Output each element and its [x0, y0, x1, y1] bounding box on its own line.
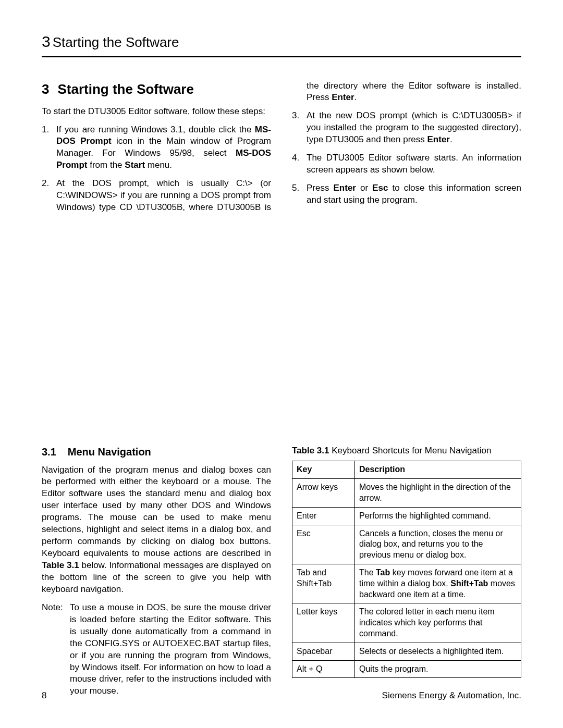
subsection-number: 3.1	[42, 446, 56, 458]
cell-desc: The Tab key moves forward one item at a …	[355, 564, 521, 603]
section-heading: 3Starting the Software	[42, 80, 271, 98]
cell-desc: Selects or deselects a highlighted item.	[355, 643, 521, 660]
shortcuts-table: Key Description Arrow keysMoves the high…	[292, 461, 521, 678]
step-item: 1.If you are running Windows 3.1, double…	[42, 124, 271, 172]
table-block: Table 3.1 Keyboard Shortcuts for Menu Na…	[292, 445, 521, 678]
page: 3Starting the Software 3Starting the Sof…	[0, 0, 563, 728]
step-number: 1.	[42, 124, 56, 172]
chapter-title: Starting the Software	[53, 34, 179, 50]
step-text: If you are running Windows 3.1, double c…	[56, 124, 271, 172]
step-text: The DTU3005 Editor software starts. An i…	[307, 152, 521, 176]
step-number: 5.	[292, 182, 307, 206]
cell-desc: The colored letter in each menu item ind…	[355, 603, 521, 643]
footer: 8 Siemens Energy & Automation, Inc.	[42, 690, 521, 702]
table-row: EscCancels a function, closes the menu o…	[292, 525, 521, 564]
table-row: Alt + QQuits the program.	[292, 660, 521, 678]
table-row: EnterPerforms the highlighted command.	[292, 507, 521, 525]
steps-list: 1.If you are running Windows 3.1, double…	[42, 80, 521, 214]
cell-key: Alt + Q	[292, 660, 355, 678]
running-head: 3Starting the Software	[42, 31, 521, 53]
table-head-row: Key Description	[292, 461, 521, 479]
note: Note: To use a mouse in DOS, be sure the…	[42, 602, 271, 698]
footer-org: Siemens Energy & Automation, Inc.	[382, 690, 521, 702]
step-number: 3.	[292, 110, 307, 146]
note-label: Note:	[42, 602, 70, 698]
head-rule	[42, 56, 521, 57]
cell-desc: Quits the program.	[355, 660, 521, 678]
subsection-title: Menu Navigation	[68, 446, 151, 458]
cell-key: Arrow keys	[292, 479, 355, 508]
cell-key: Enter	[292, 507, 355, 525]
section-number: 3	[42, 81, 49, 97]
th-key: Key	[292, 461, 355, 479]
table-row: SpacebarSelects or deselects a highlight…	[292, 643, 521, 660]
cell-key: Letter keys	[292, 603, 355, 643]
cell-key: Spacebar	[292, 643, 355, 660]
subsection-paragraph: Navigation of the program menus and dial…	[42, 464, 271, 596]
table-caption: Table 3.1 Keyboard Shortcuts for Menu Na…	[292, 445, 521, 457]
section-intro: To start the DTU3005 Editor software, fo…	[42, 106, 271, 118]
figure-placeholder-gap	[42, 231, 521, 445]
step-item: 4.The DTU3005 Editor software starts. An…	[292, 152, 521, 176]
step-text: At the new DOS prompt (which is C:\DTU30…	[307, 110, 521, 146]
subsection-columns: 3.1Menu Navigation Navigation of the pro…	[42, 445, 521, 698]
table-row: Letter keysThe colored letter in each me…	[292, 603, 521, 643]
page-number: 8	[42, 690, 46, 702]
cell-desc: Cancels a function, closes the menu or d…	[355, 525, 521, 564]
cell-key: Tab and Shift+Tab	[292, 564, 355, 603]
step-number: 4.	[292, 152, 307, 176]
cell-desc: Performs the highlighted command.	[355, 507, 521, 525]
step-item: 3.At the new DOS prompt (which is C:\DTU…	[292, 110, 521, 146]
step-item: 5.Press Enter or Esc to close this infor…	[292, 182, 521, 206]
section-columns: 3Starting the Software To start the DTU3…	[42, 80, 521, 231]
table-row: Tab and Shift+TabThe Tab key moves forwa…	[292, 564, 521, 603]
subsection-heading: 3.1Menu Navigation	[42, 445, 271, 459]
chapter-number: 3	[42, 33, 51, 50]
table-row: Arrow keysMoves the highlight in the dir…	[292, 479, 521, 508]
step-text: Press Enter or Esc to close this informa…	[307, 182, 521, 206]
note-text: To use a mouse in DOS, be sure the mouse…	[70, 602, 271, 698]
cell-key: Esc	[292, 525, 355, 564]
th-desc: Description	[355, 461, 521, 479]
cell-desc: Moves the highlight in the direction of …	[355, 479, 521, 508]
section-title: Starting the Software	[57, 81, 193, 97]
